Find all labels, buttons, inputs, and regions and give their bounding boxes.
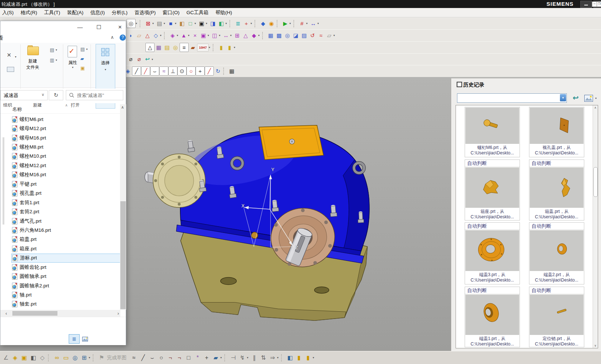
toolbar-handle[interactable] (140, 20, 143, 27)
dropdown-caret[interactable]: ▾ (164, 22, 167, 25)
dropdown-caret[interactable]: ▾ (177, 34, 180, 37)
doc-minimize-button[interactable]: ─ (592, 1, 597, 7)
file-row[interactable]: 螺栓M10.prt (11, 152, 120, 161)
file-row[interactable]: 螺栓M12.prt (11, 161, 120, 170)
dropdown-caret[interactable]: ▾ (247, 356, 250, 359)
explorer-maximize-button[interactable]: ☐ (93, 23, 104, 32)
menu-assemblies[interactable]: 装配(A) (67, 9, 84, 16)
dropdown-caret[interactable]: ▾ (317, 22, 320, 25)
sheet-body-icon[interactable]: ▱ (325, 31, 333, 40)
dropdown-caret[interactable]: ▾ (152, 58, 155, 61)
diameter-dim-icon[interactable]: ⌀ (127, 55, 135, 64)
dropdown-caret[interactable]: ▾ (225, 22, 228, 25)
mesh-surface-icon[interactable]: ▨ (300, 31, 308, 40)
studio-spline-icon[interactable]: ≈ (159, 66, 168, 76)
exploded-view-icon[interactable]: ◇ (38, 353, 47, 363)
toolbar-handle[interactable] (223, 68, 227, 75)
undo-icon[interactable]: ↩ (143, 55, 152, 64)
resize-face-icon[interactable]: ↔ (222, 31, 230, 40)
circle-icon[interactable]: ○ (187, 66, 196, 76)
file-row[interactable]: 轴.prt (11, 290, 120, 299)
finish-sketch-label[interactable]: 完成草图 (107, 355, 127, 361)
back-arrow-icon[interactable]: ↩ (573, 93, 579, 102)
refresh-button[interactable]: ↻ (49, 90, 63, 100)
history-card[interactable]: 螺钉M6.prt，从C:\Users\jiao\Deskto... (465, 107, 520, 157)
scroll-left-icon[interactable]: ‹ (5, 311, 7, 316)
line-tool-icon[interactable]: ╱ (139, 353, 148, 363)
fit-tolerance-button[interactable]: 10H7 (197, 44, 209, 52)
menu-help[interactable]: 帮助(H) (216, 9, 232, 16)
delete-face-icon[interactable]: × (191, 31, 199, 40)
file-row[interactable]: 套筒1.prt (11, 198, 120, 207)
evaluate-sketch-icon[interactable]: ▮ (304, 353, 313, 363)
history-card[interactable]: 自动判断 定位销.prt，从C:\Users\jiao\Deskto... (529, 287, 584, 347)
dropdown-caret[interactable]: ▾ (208, 34, 211, 37)
scroll-down-icon[interactable]: ∨ (593, 343, 598, 348)
relations-browser-icon[interactable]: ◎ (71, 353, 80, 363)
simplify-icon[interactable]: △ (241, 31, 250, 40)
preview-image-icon[interactable] (584, 95, 593, 102)
history-card[interactable]: 视孔盖.prt，从C:\Users\jiao\Deskto... (529, 107, 584, 157)
file-row[interactable]: 通气孔.prt (11, 217, 120, 226)
menu-analysis[interactable]: 分析(L) (112, 9, 128, 16)
assembly-constraints-icon[interactable]: ▣ (20, 353, 29, 363)
dropdown-caret[interactable]: ▾ (220, 356, 223, 359)
new-sheet-icon[interactable]: ◨ (209, 19, 217, 28)
toolbar-handle[interactable] (281, 354, 284, 361)
minimize-button[interactable] (580, 1, 592, 8)
chevron-down-icon[interactable]: ∨ (41, 92, 44, 97)
file-row[interactable]: 外六角M16.prt (11, 226, 120, 235)
scrollbar-thumb[interactable] (593, 167, 598, 197)
interpart-link-icon[interactable]: ∞ (52, 353, 61, 363)
dropdown-caret[interactable]: ▾ (206, 22, 209, 25)
scroll-up-icon[interactable]: ∧ (121, 105, 124, 110)
brush-dim-icon[interactable]: ▰ (189, 43, 197, 52)
edit-icon[interactable]: ▰ (80, 56, 84, 61)
file-row[interactable]: 平键.prt (11, 179, 120, 189)
through-curves-icon[interactable]: ▦ (267, 31, 275, 40)
search-box[interactable] (66, 90, 123, 100)
dropdown-caret[interactable]: ▾ (258, 34, 261, 37)
panel-pin-icon[interactable] (457, 82, 462, 87)
toolbar-handle[interactable] (93, 354, 96, 361)
toolbar-handle[interactable] (293, 20, 297, 27)
datum-triangle-icon[interactable]: △ (145, 43, 155, 52)
menu-gc-toolbox[interactable]: GC工具箱 (187, 9, 209, 16)
arc-tool-icon[interactable]: ⌣ (148, 353, 157, 363)
ruled-surface-icon[interactable]: ▩ (275, 31, 283, 40)
menu-insert[interactable]: 入(S) (2, 9, 14, 16)
pattern-face-icon[interactable]: ⊞ (233, 31, 241, 40)
history-version-icon[interactable]: ▣ (80, 65, 85, 71)
open-sheet-icon[interactable]: ◧ (217, 19, 225, 28)
wireframe-icon[interactable]: □ (186, 19, 195, 28)
cone-icon[interactable]: △ (143, 31, 152, 40)
file-row[interactable]: 螺母M12.prt (11, 124, 120, 133)
dropdown-caret[interactable]: ▾ (289, 22, 292, 25)
dropdown-caret[interactable]: ▾ (56, 48, 59, 52)
explorer-minimize-button[interactable]: — (75, 23, 85, 32)
curvature-icon[interactable]: ↺ (308, 31, 317, 40)
polygon-tool-icon[interactable]: * (193, 353, 202, 363)
dropdown-caret[interactable]: ▾ (89, 356, 92, 359)
layer-settings-icon[interactable]: ≣ (234, 19, 242, 28)
rectangle-tool-icon[interactable]: □ (184, 353, 193, 363)
toolbar-handle[interactable] (48, 354, 51, 361)
move-face-icon[interactable]: ◈ (168, 31, 177, 40)
point-icon[interactable]: + (196, 66, 205, 76)
explorer-close-button[interactable]: × (115, 23, 125, 32)
dropdown-caret[interactable]: ▾ (251, 22, 253, 25)
delete-icon[interactable]: × (7, 51, 11, 59)
menu-window[interactable]: 窗口(O) (163, 9, 180, 16)
swept-icon[interactable]: ◎ (283, 31, 292, 40)
dropdown-caret[interactable]: ▾ (188, 34, 191, 37)
fillet-tool-icon[interactable]: ¬ (166, 353, 175, 363)
toolbar-handle[interactable] (262, 32, 265, 39)
grid-icon[interactable]: ▦ (228, 67, 236, 75)
rename-icon[interactable] (7, 67, 14, 72)
finish-sketch-icon[interactable]: ⚑ (97, 353, 106, 363)
offset-curve-icon[interactable]: ▰ (211, 353, 220, 363)
angle-constraint-icon[interactable]: ∠ (1, 353, 11, 363)
dropdown-caret[interactable]: ▾ (175, 22, 178, 25)
reducer-3d-model[interactable] (126, 77, 451, 351)
file-row[interactable]: 螺栓M8.prt (11, 142, 120, 151)
